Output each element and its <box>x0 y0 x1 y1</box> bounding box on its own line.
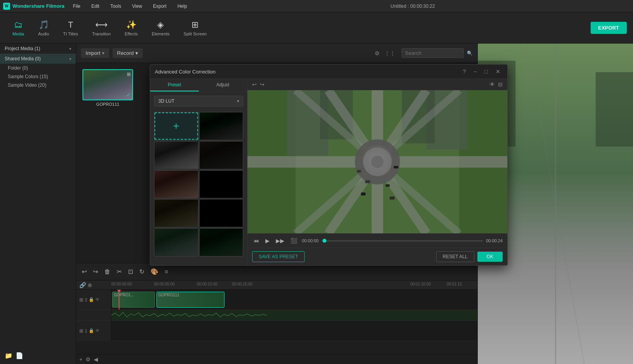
export-button[interactable]: EXPORT <box>591 22 627 34</box>
preset-bottom2[interactable] <box>199 228 244 257</box>
bottom-timeline-bar: + ⚙ ◀ <box>76 354 477 364</box>
acc-undo-icon[interactable]: ↩ <box>252 81 257 88</box>
acc-eye-icon[interactable]: 👁 <box>489 81 495 88</box>
shared-media-item[interactable]: Shared Media (0) ▾ <box>0 54 76 64</box>
acc-preview-toolbar: ↩ ↪ 👁 ⊟ <box>247 79 507 90</box>
acc-compare-icon[interactable]: ⊟ <box>498 81 503 88</box>
preset-got[interactable]: Game of Thrones <box>154 199 198 228</box>
svg-rect-27 <box>357 170 361 172</box>
window-title: Untitled : 00:00:30:22 <box>196 4 630 9</box>
undo-button[interactable]: ↩ <box>79 266 89 277</box>
speed-button[interactable]: ≡ <box>162 267 170 277</box>
acc-prev-button[interactable]: ⏮ <box>252 237 261 245</box>
project-media-item[interactable]: Project Media (1) ▾ <box>0 44 76 54</box>
timeline-icons: 🔗 ⊕ <box>79 282 92 288</box>
tab-preset[interactable]: Preset <box>150 79 199 91</box>
acc-total-time: 00:00:24 <box>486 238 503 243</box>
acc-redo-icon[interactable]: ↪ <box>260 81 265 88</box>
sample-video-item[interactable]: Sample Video (20) <box>0 81 76 89</box>
acc-tabs: Preset Adjust <box>150 79 247 92</box>
preset-dark-film[interactable]: Dark Film <box>199 170 244 199</box>
acc-maximize-button[interactable]: □ <box>482 68 490 75</box>
preset-bottom2-thumb <box>200 229 243 256</box>
preset-007[interactable]: 007 Series <box>199 112 244 140</box>
shared-media-label: Shared Media (0) <box>5 56 41 61</box>
transition-button[interactable]: ⟷ Transition <box>86 17 117 39</box>
grid-view-icon[interactable]: ⋮⋮ <box>384 50 395 56</box>
preset-gravity[interactable]: Gravity <box>199 199 244 228</box>
preset-load-lut[interactable]: + Load LUT <box>154 112 198 140</box>
record-button[interactable]: Record ▾ <box>112 48 143 58</box>
titles-label: TI Titles <box>63 32 78 36</box>
acc-next-button[interactable]: ▶▶ <box>274 237 286 245</box>
preset-cool-film[interactable]: Cool Film <box>154 170 198 199</box>
audio-button[interactable]: 🎵 Audio <box>32 17 55 39</box>
track-vis-2[interactable]: 👁 <box>95 297 100 302</box>
preset-bottom1-thumb <box>154 229 198 256</box>
elements-button[interactable]: ◈ Elements <box>146 17 176 39</box>
preset-bw-film[interactable]: B&W Film <box>154 141 198 170</box>
svg-rect-28 <box>394 166 398 168</box>
timeline-magnet-icon[interactable]: ⊕ <box>88 282 92 288</box>
new-folder-icon[interactable]: 📁 <box>5 352 12 359</box>
preset-batman-thumb <box>200 142 243 169</box>
track-num-1: 1 <box>85 329 87 333</box>
timeline-link-icon[interactable]: 🔗 <box>79 282 86 288</box>
waveform-svg <box>111 310 267 320</box>
track-lock-1[interactable]: 🔒 <box>89 328 94 333</box>
import-button[interactable]: Import ▾ <box>81 48 109 58</box>
menu-export[interactable]: Export <box>151 3 169 10</box>
audio-waveform-label <box>76 310 111 320</box>
delete-button[interactable]: 🗑 <box>102 267 113 277</box>
acc-stop-button[interactable]: ⬛ <box>289 237 299 245</box>
menu-view[interactable]: View <box>130 3 144 10</box>
preset-bottom1[interactable] <box>154 228 198 257</box>
menu-file[interactable]: File <box>70 3 82 10</box>
preset-batman[interactable]: Batman <box>199 141 244 170</box>
track-vis-1[interactable]: 👁 <box>95 328 100 333</box>
preset-load-thumb: + <box>154 112 198 140</box>
cut-button[interactable]: ✂ <box>114 266 124 277</box>
acc-close-button[interactable]: ✕ <box>493 68 503 75</box>
media-item-name: GOPRO111 <box>82 102 133 107</box>
folder-sub-item[interactable]: Folder (0) <box>0 64 76 72</box>
ok-button[interactable]: OK <box>477 252 503 262</box>
search-input[interactable] <box>402 48 464 58</box>
acc-play-button[interactable]: ▶ <box>264 237 271 245</box>
reset-all-button[interactable]: RESET ALL <box>436 251 474 262</box>
acc-progress-bar[interactable] <box>322 240 483 242</box>
project-media-label: Project Media (1) <box>5 46 40 51</box>
menu-edit[interactable]: Edit <box>89 3 102 10</box>
tab-adjust[interactable]: Adjust <box>199 79 247 91</box>
split-screen-button[interactable]: ⊞ Split Screen <box>177 17 213 39</box>
add-media-icon[interactable]: 📄 <box>16 352 23 359</box>
svg-rect-6 <box>596 72 633 147</box>
titles-button[interactable]: T TI Titles <box>57 17 84 39</box>
menu-help[interactable]: Help <box>175 3 189 10</box>
audio-detach-button[interactable]: ↻ <box>137 266 147 277</box>
redo-button[interactable]: ↪ <box>91 266 100 277</box>
split-screen-label: Split Screen <box>184 32 207 36</box>
filter-icon[interactable]: ⚙ <box>375 50 380 56</box>
effects-button[interactable]: ✨ Effects <box>119 17 144 39</box>
save-preset-button[interactable]: SAVE AS PRESET <box>252 251 305 262</box>
import-arrow-icon: ▾ <box>102 50 105 56</box>
color-button[interactable]: 🎨 <box>148 266 161 277</box>
media-button[interactable]: 🗂 Media <box>6 17 30 39</box>
menu-tools[interactable]: Tools <box>108 3 123 10</box>
acc-minimize-button[interactable]: − <box>471 68 479 75</box>
thumb-image <box>83 70 132 100</box>
prev-frame-icon[interactable]: ◀ <box>94 356 98 362</box>
crop-button[interactable]: ⊡ <box>126 266 135 277</box>
settings-track-icon[interactable]: ⚙ <box>86 356 91 362</box>
acc-help-button[interactable]: ? <box>461 68 468 75</box>
video-clip-2[interactable]: GOPRO111 <box>156 292 224 308</box>
track-lock-2[interactable]: 🔒 <box>89 297 94 302</box>
preset-got-thumb <box>154 200 198 227</box>
add-track-icon[interactable]: + <box>79 356 82 362</box>
effects-label: Effects <box>125 32 138 36</box>
sample-colors-item[interactable]: Sample Colors (15) <box>0 72 76 81</box>
media-item[interactable]: ⊞ ✓ GOPRO111 <box>82 69 133 107</box>
search-icon[interactable]: 🔍 <box>467 51 473 56</box>
lut-select[interactable]: 3D LUT Color Presets Film Looks <box>154 96 243 107</box>
